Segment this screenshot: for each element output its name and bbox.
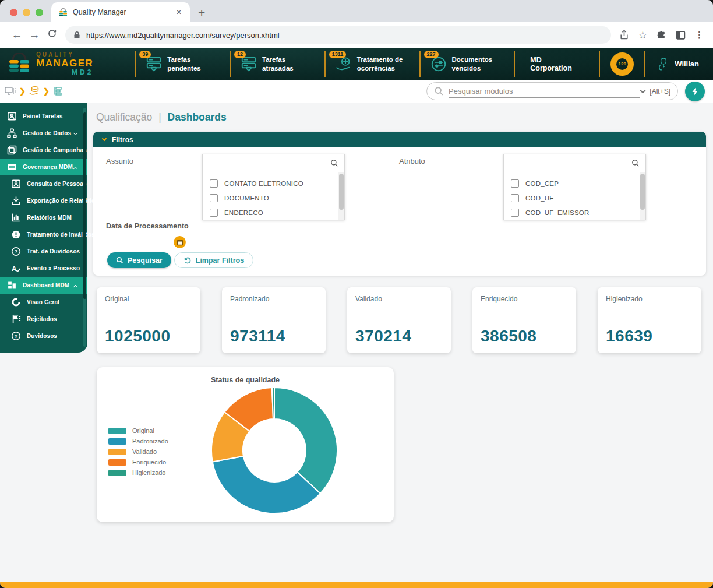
stat-card-label: Original (105, 295, 192, 303)
traffic-lights (10, 9, 43, 16)
module-search[interactable]: [Alt+S] (426, 82, 678, 100)
company-name[interactable]: MD Corporation (515, 56, 599, 72)
legend-item[interactable]: Higienizado (108, 467, 168, 478)
scrollbar[interactable] (640, 172, 645, 220)
checkbox[interactable] (210, 179, 218, 188)
url-bar[interactable]: https://www.md2qualitymanager.com/survey… (65, 26, 611, 44)
tab-strip: Quality Manager ✕ + (0, 0, 713, 22)
assunto-option[interactable]: ENDERECO (210, 205, 344, 220)
scrollbar[interactable] (338, 172, 344, 220)
calendar-button[interactable] (174, 236, 186, 248)
sidebar-item-rejeitados[interactable]: Rejeitados (0, 311, 87, 328)
donut-chart[interactable] (209, 385, 340, 516)
occurrences-icon: 1311 (335, 55, 352, 73)
main-content: Qualificação | Dashboards Filtros Assunt… (87, 103, 713, 522)
header-stat-1[interactable]: 12 Tarefas atrasadas (231, 55, 324, 73)
sidebar-item-governan-a-mdm[interactable]: Governança MDM (0, 159, 87, 175)
atributo-option[interactable]: COD_CEP (511, 176, 645, 191)
rejected-flag-icon (11, 314, 21, 324)
sidebar-item-exporta-o-de-relat-rios[interactable]: Exportação de Relatórios (0, 192, 87, 209)
collapse-chevron-icon (102, 136, 107, 140)
atributo-option[interactable]: COD_UF_EMISSOR (511, 205, 645, 220)
checkbox[interactable] (511, 209, 519, 217)
atributo-filter-input[interactable] (510, 159, 631, 167)
user-menu[interactable]: Willian (645, 57, 705, 72)
legend-item[interactable]: Enriquecido (108, 457, 168, 467)
checkbox[interactable] (511, 194, 519, 202)
app-logo[interactable]: QUALITY MANAGER MD2 (7, 52, 135, 76)
side-panel-icon[interactable] (676, 30, 686, 40)
sidebar-item-duvidosos[interactable]: ? Duvidosos (0, 328, 87, 344)
assunto-option[interactable]: CONTATO ELETRONICO (210, 176, 344, 191)
user-name: Willian (675, 59, 699, 68)
sidebar-item-dashboard-mdm[interactable]: Dashboard MDM (0, 277, 87, 294)
lock-icon (73, 31, 80, 39)
new-tab-button[interactable]: + (198, 6, 205, 19)
donut-slice-original[interactable] (274, 388, 337, 494)
filters-panel-header[interactable]: Filtros (93, 132, 706, 147)
campaigns-icon (7, 145, 17, 155)
coins-icon[interactable] (29, 86, 40, 97)
assunto-filter-input[interactable] (209, 159, 330, 167)
sidebar-item-consulta-de-pessoas[interactable]: Consulta de Pessoas (0, 175, 87, 192)
assunto-option[interactable]: PESSOA (210, 220, 344, 220)
minimize-window-button[interactable] (23, 9, 30, 16)
sidebar-item-tratamento-de-inv-lidos[interactable]: Tratamento de Inválidos (0, 226, 87, 243)
back-button[interactable]: ← (8, 29, 26, 41)
legend-item[interactable]: Padronizado (108, 436, 168, 446)
header-stat-3[interactable]: 227 Documentos vencidos (421, 55, 514, 73)
chevron-up-icon (73, 280, 79, 291)
hierarchy-list-icon[interactable] (52, 86, 63, 97)
sidebar-item-trat-de-duvidosos[interactable]: ? Trat. de Duvidosos (0, 243, 87, 260)
header-stat-0[interactable]: 39 Tarefas pendentes (136, 55, 230, 73)
sidebar-scrollbar[interactable] (83, 108, 86, 347)
header-stat-label: Documentos vencidos (452, 55, 505, 73)
bottom-accent-bar (0, 582, 713, 588)
extensions-icon[interactable] (656, 30, 666, 40)
checkbox[interactable] (511, 179, 519, 188)
legend-item[interactable]: Original (108, 425, 168, 436)
chevron-down-icon[interactable] (640, 87, 646, 93)
sidebar-item-gest-o-de-dados[interactable]: Gestão de Dados (0, 125, 87, 142)
sidebar-item-label: Painel Tarefas (23, 113, 62, 119)
bookmark-star-icon[interactable]: ☆ (638, 30, 647, 40)
browser-tab[interactable]: Quality Manager ✕ (51, 2, 190, 22)
stat-card-padronizado: Padronizado 973114 (222, 287, 326, 353)
reload-button[interactable] (43, 29, 61, 41)
scrollbar-thumb[interactable] (640, 174, 645, 210)
close-window-button[interactable] (10, 9, 17, 16)
score-ring[interactable]: 120 (600, 52, 644, 76)
checkbox[interactable] (210, 209, 218, 217)
monitor-icon[interactable] (5, 86, 16, 97)
sidebar-item-painel-tarefas[interactable]: Painel Tarefas (0, 108, 87, 125)
sidebar-scrollbar-thumb[interactable] (83, 112, 86, 299)
stat-card-original: Original 1025000 (97, 287, 200, 353)
assunto-option[interactable]: DOCUMENTO (210, 191, 344, 205)
chevron-right-icon: ❯ (43, 87, 50, 96)
sidebar-item-relat-rios-mdm[interactable]: Relatórios MDM (0, 209, 87, 226)
sidebar-item-gest-o-de-campanhas[interactable]: Gestão de Campanhas (0, 142, 87, 159)
scrollbar-thumb[interactable] (339, 174, 344, 210)
menu-kebab-icon[interactable]: ⋮ (695, 30, 704, 40)
module-search-input[interactable] (449, 85, 640, 98)
header-stat-2[interactable]: 1311 Tratamento de ocorrências (326, 55, 419, 73)
maximize-window-button[interactable] (36, 9, 43, 16)
atributo-option[interactable]: COD_UF (511, 191, 645, 205)
checkbox[interactable] (210, 194, 218, 202)
share-icon[interactable] (619, 30, 629, 40)
legend-label: Higienizado (132, 469, 165, 476)
forward-button[interactable]: → (26, 29, 43, 41)
app-header: QUALITY MANAGER MD2 39 Tarefas pendentes… (0, 48, 713, 80)
calendar-icon (177, 239, 183, 246)
date-input[interactable] (106, 238, 175, 249)
clear-filters-button[interactable]: Limpar Filtros (174, 252, 253, 268)
sidebar-item-evento-x-processo[interactable]: A Evento x Processo (0, 260, 87, 277)
search-button[interactable]: Pesquisar (107, 252, 171, 268)
quick-action-button[interactable] (685, 82, 705, 101)
assunto-label: Assunto (106, 157, 133, 166)
legend-item[interactable]: Validado (108, 446, 168, 457)
sidebar-item-label: Evento x Processo (27, 265, 80, 272)
sidebar-item-vis-o-geral[interactable]: Visão Geral (0, 294, 87, 311)
tab-close-icon[interactable]: ✕ (174, 7, 184, 17)
atributo-option[interactable]: DES_COMPLEMENTO (511, 220, 645, 220)
